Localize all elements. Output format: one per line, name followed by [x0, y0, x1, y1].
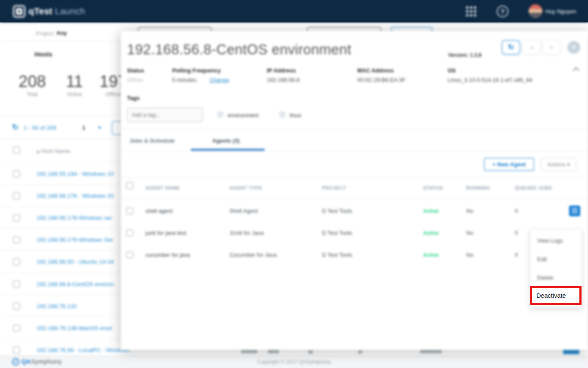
- select-all-hosts-checkbox[interactable]: [13, 147, 20, 154]
- close-modal-button[interactable]: ✕: [567, 41, 580, 54]
- menu-item-edit[interactable]: Edit: [537, 256, 547, 262]
- host-row-checkbox[interactable]: [13, 170, 20, 178]
- host-link[interactable]: 192.168.56.50 - Ubuntu 14.04: [37, 259, 114, 265]
- agent-status: Active: [423, 252, 439, 258]
- remove-tag-icon[interactable]: ✕: [279, 111, 286, 119]
- pagination-range[interactable]: 1 - 50 of 208: [24, 125, 56, 131]
- col-status[interactable]: STATUS: [423, 185, 443, 190]
- stat-total-label: Total: [19, 91, 46, 97]
- select-all-agents-checkbox[interactable]: [126, 182, 133, 189]
- os-label: OS: [448, 67, 456, 74]
- agent-row-checkbox[interactable]: [126, 251, 133, 259]
- user-name[interactable]: Huy Nguyen: [545, 8, 576, 15]
- host-link[interactable]: 192.168.55.194 - Windows 10: [37, 171, 114, 177]
- brand-launch: Launch: [55, 6, 85, 16]
- menu-item-deactivate-highlighted[interactable]: Deactivate: [530, 286, 582, 305]
- menu-item-view-logs[interactable]: View Logs: [537, 237, 563, 244]
- ip-address-value: 192.168.56.8: [267, 77, 300, 83]
- next-host-button[interactable]: ›: [542, 40, 561, 55]
- agent-type: Shell Agent: [229, 208, 258, 214]
- menu-item-delete[interactable]: Delete: [537, 274, 554, 281]
- col-running[interactable]: RUNNING: [466, 185, 490, 190]
- add-tag-input[interactable]: [127, 108, 203, 122]
- agent-queued: 0: [515, 230, 518, 236]
- polling-frequency-value: 5 minutes: [172, 77, 196, 83]
- status-value: Offline: [127, 77, 143, 83]
- modal-title: 192.168.56.8-CentOS environment: [127, 41, 351, 58]
- agent-queued: 0: [515, 208, 518, 214]
- new-agent-button[interactable]: + New Agent: [484, 158, 534, 171]
- agent-type: JUnit for Java: [229, 230, 263, 236]
- stat-online-value: 11: [61, 72, 88, 90]
- agent-project: D Test Tools: [322, 252, 352, 258]
- host-link[interactable]: 192.168.56.179-Windows Ser: [37, 237, 113, 243]
- page-number[interactable]: 1: [82, 125, 85, 131]
- col-agent-type[interactable]: AGENT TYPE: [229, 185, 262, 190]
- host-row-checkbox[interactable]: [13, 346, 20, 354]
- app-grid-icon[interactable]: [466, 6, 478, 18]
- col-agent-name[interactable]: AGENT NAME: [145, 185, 180, 190]
- host-row-checkbox[interactable]: [13, 281, 20, 288]
- user-avatar[interactable]: [529, 4, 542, 18]
- change-polling-link[interactable]: Change: [210, 77, 229, 83]
- modal-refresh-button[interactable]: ↻: [501, 40, 520, 55]
- host-link[interactable]: 192.168.56.8-CentOS environ: [37, 281, 114, 287]
- agent-running: No: [466, 230, 473, 236]
- qtest-logo-icon: [13, 5, 25, 18]
- host-row-checkbox[interactable]: [13, 258, 20, 265]
- host-link[interactable]: 192.168.56.178 - Windows 20: [37, 193, 114, 199]
- stat-total: 208 Total: [19, 72, 46, 97]
- active-tab-indicator: [191, 149, 265, 151]
- os-value: Linux_3.10.0-514.16.1.el7.x86_64: [448, 77, 532, 83]
- host-name-column-header[interactable]: ▴ Host Name: [37, 147, 70, 154]
- agent-running: No: [466, 252, 473, 258]
- stat-online: 11 Online: [61, 72, 88, 97]
- host-link[interactable]: 192.168.76.138-MacOS envir: [37, 325, 112, 331]
- project-value[interactable]: Any: [56, 30, 67, 36]
- agent-project: D Test Tools: [322, 230, 352, 236]
- agent-status: Active: [423, 208, 439, 214]
- host-row-checkbox[interactable]: [13, 303, 20, 310]
- col-queued-jobs[interactable]: QUEUED JOBS: [515, 185, 552, 190]
- page-dropdown-caret-icon[interactable]: ▼: [97, 125, 102, 130]
- status-label: Status: [127, 67, 144, 74]
- agent-name: shell agent: [145, 208, 173, 214]
- host-link[interactable]: 192.168.76.56 - LocalPC - Windows: [37, 347, 130, 353]
- deactivate-label: Deactivate: [536, 292, 566, 299]
- tag-linux: linux: [290, 112, 301, 119]
- host-row-checkbox[interactable]: [13, 192, 20, 200]
- stat-total-value: 208: [19, 72, 46, 90]
- agent-name: cucumber for java: [145, 252, 190, 258]
- agent-name: junit for java test: [145, 230, 186, 236]
- host-link[interactable]: 192.168.76.132: [37, 303, 77, 309]
- agent-status: Active: [423, 230, 439, 236]
- blurred-content: qTest Launch ? Huy Nguyen Project: Any H…: [0, 0, 588, 368]
- host-row-checkbox[interactable]: [13, 236, 20, 243]
- actions-dropdown-button[interactable]: Actions ▾: [541, 158, 576, 171]
- screen: qTest Launch ? Huy Nguyen Project: Any H…: [0, 0, 588, 368]
- collapse-chevron-up-icon[interactable]: [573, 67, 580, 74]
- agent-row-checkbox[interactable]: [126, 207, 133, 215]
- agent-row-checkbox[interactable]: [126, 229, 133, 237]
- refresh-list-icon[interactable]: ↻: [12, 122, 19, 132]
- remove-tag-icon[interactable]: ✕: [217, 111, 224, 119]
- project-label: Project:: [36, 30, 55, 37]
- col-project[interactable]: PROJECT: [322, 185, 346, 190]
- tags-label: Tags: [127, 95, 139, 101]
- host-row-checkbox[interactable]: [13, 214, 20, 221]
- agent-queued: 0: [515, 252, 518, 258]
- tab-agents[interactable]: Agents (3): [212, 137, 240, 144]
- agent-running: No: [466, 208, 473, 214]
- stat-online-label: Online: [61, 91, 88, 97]
- row-menu-button[interactable]: [569, 206, 580, 216]
- chevron-left-icon: ‹: [530, 43, 533, 51]
- agent-type: Cucumber for Java: [229, 252, 277, 258]
- host-detail-modal: 192.168.56.8-CentOS environment Version:…: [121, 31, 588, 350]
- tab-jobs-schedule[interactable]: Jobs & Schedule: [130, 137, 175, 144]
- brand-title: qTest Launch: [28, 6, 85, 16]
- previous-host-button[interactable]: ‹: [522, 40, 541, 55]
- close-icon: ✕: [572, 44, 576, 50]
- host-row-checkbox[interactable]: [13, 324, 20, 332]
- host-link[interactable]: 192.168.56.178-Windows ser: [37, 215, 112, 221]
- help-icon[interactable]: ?: [497, 6, 508, 17]
